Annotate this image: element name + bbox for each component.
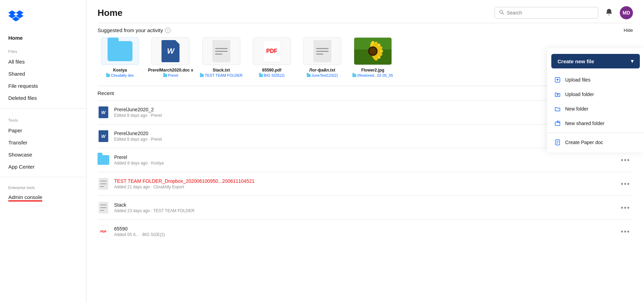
svg-line-6: [503, 13, 504, 15]
pdf-icon: PDF: [263, 40, 281, 62]
txt-icon: [313, 40, 331, 62]
suggested-item-stack-txt[interactable]: Stack.txt TEST TEAM FOLDER: [199, 37, 244, 77]
search-input[interactable]: [507, 10, 594, 16]
recent-item-info: PrerelJune2020_2 Edited 8 days ago · Pre…: [114, 107, 613, 118]
recent-file-icon: [98, 201, 109, 215]
suggested-item-flower2[interactable]: Flower2.jpg (Restored...02 05_55: [350, 37, 395, 77]
file-icon-container: [101, 37, 139, 65]
recent-item-more-button[interactable]: •••: [618, 179, 633, 189]
recent-item-info: TEST TEAM FOLDER_Dropbox_202006100950...…: [114, 178, 613, 189]
sidebar-item-deleted-files[interactable]: Deleted files: [0, 92, 86, 104]
file-icon-container: PDF: [253, 37, 291, 65]
folder-icon: [108, 41, 132, 61]
txt-line: [100, 181, 107, 181]
sidebar-item-home[interactable]: Home: [0, 32, 86, 44]
txt-line: [100, 207, 107, 208]
recent-item-info: 65590 Added 05 d... · BIG SIZE(2): [114, 226, 613, 237]
recent-item[interactable]: TEST TEAM FOLDER_Dropbox_202006100950...…: [98, 172, 633, 196]
new-folder-item[interactable]: New folder: [547, 102, 644, 116]
suggested-item-prerelemarch[interactable]: PrerelMarch2020.doc x Prerel: [148, 37, 193, 77]
txt-line: [215, 48, 228, 49]
image-thumbnail: [354, 37, 392, 65]
enterprise-section-label: Enterprise tools: [0, 181, 86, 191]
suggested-item-log-file[interactable]: Лог-файл.txt JuneTest123(2): [300, 37, 345, 77]
sidebar-item-all-files[interactable]: All files: [0, 56, 86, 68]
sidebar-logo: [0, 7, 86, 32]
file-name: Kostya: [113, 68, 127, 73]
upload-folder-item[interactable]: Upload folder: [547, 87, 644, 102]
sidebar-item-app-center[interactable]: App Center: [0, 161, 86, 173]
file-name: Stack.txt: [213, 68, 230, 73]
txt-line: [316, 51, 329, 52]
sidebar-item-shared[interactable]: Shared: [0, 68, 86, 80]
suggested-hide-button[interactable]: Hide: [624, 28, 633, 33]
word-icon: W: [99, 130, 108, 142]
txt-line: [316, 48, 329, 49]
notifications-button[interactable]: [604, 7, 614, 19]
recent-file-icon: W: [98, 129, 109, 143]
txt-line-short: [316, 54, 324, 55]
recent-item[interactable]: PDF 65590 Added 05 d... · BIG SIZE(2) ••…: [98, 219, 633, 243]
new-shared-folder-item[interactable]: New shared folder: [547, 116, 644, 131]
create-dropdown-panel: Create new file ▾ Upload files Upload fo…: [547, 48, 644, 152]
recent-file-icon: [98, 177, 109, 191]
dropbox-logo-icon: [8, 10, 24, 22]
recent-item-name: Stack: [114, 202, 613, 208]
upload-files-item[interactable]: Upload files: [547, 73, 644, 87]
pdf-text: PDF: [266, 48, 277, 54]
avatar[interactable]: MD: [620, 6, 633, 19]
recent-item-more-button[interactable]: •••: [618, 226, 633, 237]
word-icon: W: [99, 106, 108, 118]
file-name: Лог-файл.txt: [309, 68, 335, 73]
sidebar-item-showcase[interactable]: Showcase: [0, 149, 86, 161]
recent-item-meta: Added 8 days ago · Kostya: [114, 161, 613, 166]
new-shared-folder-icon: [554, 120, 561, 127]
recent-file-icon: PDF: [98, 225, 109, 238]
svg-point-18: [369, 48, 376, 55]
recent-item[interactable]: Stack Added 23 days ago · TEST TEAM FOLD…: [98, 196, 633, 219]
info-icon[interactable]: i: [165, 28, 171, 33]
txt-line-short: [100, 210, 104, 211]
recent-item-meta: Added 23 days ago · TEST TEAM FOLDER: [114, 208, 613, 213]
recent-item-more-button[interactable]: •••: [618, 202, 633, 213]
sunflower-svg: [354, 37, 392, 65]
create-paper-doc-item[interactable]: Create Paper doc: [547, 135, 644, 150]
file-icon-container: [354, 37, 392, 65]
upload-folder-icon: [554, 91, 561, 98]
search-box[interactable]: [495, 7, 598, 19]
recent-item-meta: Added 21 days ago · CloudAlly Export: [114, 185, 613, 189]
file-location: Cloudally dev: [106, 73, 134, 77]
file-icon-container: [303, 37, 341, 65]
file-name: PrerelMarch2020.doc x: [148, 68, 193, 73]
recent-file-icon: [98, 153, 109, 167]
sidebar-item-transfer[interactable]: Transfer: [0, 136, 86, 149]
header-right: MD: [495, 6, 633, 19]
dropdown-divider: [547, 133, 644, 133]
folder-location-icon: [307, 74, 311, 77]
file-location: TEST TEAM FOLDER: [200, 73, 242, 77]
recent-item-name: TEST TEAM FOLDER_Dropbox_202006100950...…: [114, 178, 613, 184]
recent-item-meta: Added 05 d... · BIG SIZE(2): [114, 232, 613, 237]
suggested-item-65590-pdf[interactable]: PDF 65590.pdf BIG SIZE(2): [249, 37, 294, 77]
folder-location-icon: [352, 74, 356, 77]
folder-location-icon: [200, 74, 204, 77]
txt-icon: [212, 40, 230, 62]
sidebar-item-file-requests[interactable]: File requests: [0, 80, 86, 92]
sidebar-divider-2: [0, 177, 86, 177]
file-icon-container: [202, 37, 240, 65]
create-new-file-button[interactable]: Create new file ▾: [551, 54, 640, 68]
recent-item-name: PrerelJune2020: [114, 131, 613, 136]
folder-location-icon: [106, 74, 110, 77]
page-header: Home MD: [86, 0, 644, 23]
recent-title: Recent: [98, 90, 114, 96]
pdf-icon: PDF: [99, 226, 108, 237]
txt-line-short: [215, 54, 223, 55]
sidebar-item-paper[interactable]: Paper: [0, 124, 86, 136]
svg-point-21: [557, 121, 558, 122]
txt-icon: [99, 178, 108, 190]
upload-file-icon: [554, 76, 561, 83]
sidebar-item-admin-console[interactable]: Admin console: [0, 191, 86, 205]
recent-item-name: Prerel: [114, 154, 613, 160]
suggested-item-kostya[interactable]: Kostya Cloudally dev: [98, 37, 142, 77]
recent-item-more-button[interactable]: •••: [618, 155, 633, 166]
